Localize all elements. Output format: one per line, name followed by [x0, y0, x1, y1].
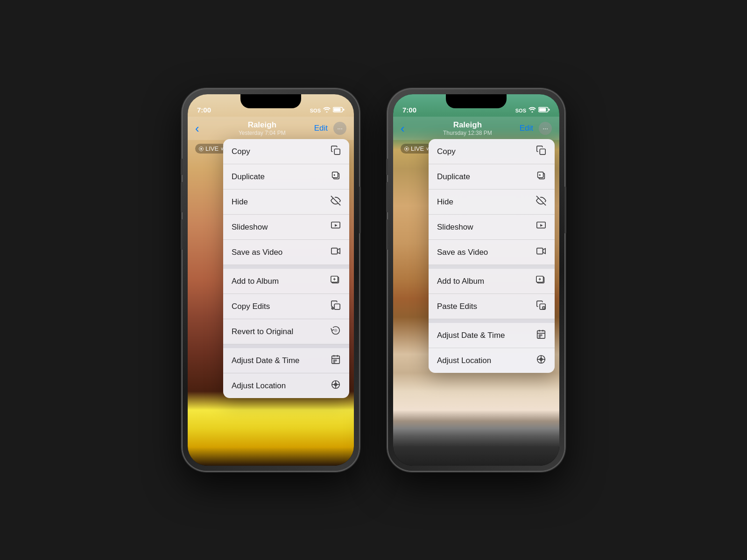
nav-title-left: Raleigh — [210, 120, 314, 130]
back-button-left[interactable]: ‹ — [195, 121, 210, 136]
menu-item-duplicate-left[interactable]: Duplicate — [223, 164, 349, 189]
menu-item-savevideo-label-left: Save as Video — [232, 248, 331, 257]
notch-right — [446, 94, 507, 108]
screen-right: 7:00 SOS — [393, 94, 559, 466]
menu-item-hide-left[interactable]: Hide — [223, 189, 349, 215]
svg-rect-2 — [334, 108, 341, 112]
divider-1-left — [223, 265, 349, 269]
datetime-icon-left — [331, 354, 341, 367]
slideshow-icon-right — [536, 221, 546, 233]
location-icon-left — [331, 379, 341, 392]
menu-item-hide-label-left: Hide — [232, 197, 331, 207]
mute-switch-right — [386, 159, 388, 175]
svg-rect-57 — [539, 335, 540, 336]
live-circle-left — [199, 147, 204, 151]
nav-bar-left: ‹ Raleigh Yesterday 7:04 PM Edit ··· — [188, 117, 354, 140]
context-menu-right: Copy Duplicate — [429, 139, 555, 373]
menu-item-copy-label-left: Copy — [232, 147, 331, 156]
menu-item-pasteedits-right[interactable]: Paste Edits — [429, 294, 555, 319]
svg-rect-11 — [331, 248, 338, 254]
live-badge-right[interactable]: LIVE ∨ — [401, 144, 433, 154]
live-badge-left[interactable]: LIVE ∨ — [195, 144, 227, 154]
menu-item-copy-label-right: Copy — [437, 147, 536, 156]
menu-item-addalbum-label-left: Add to Album — [232, 277, 331, 286]
mute-switch-left — [181, 159, 183, 175]
more-button-left[interactable]: ··· — [333, 122, 346, 135]
menu-item-addalbum-right[interactable]: Add to Album — [429, 269, 555, 294]
menu-item-location-label-left: Adjust Location — [232, 381, 331, 391]
menu-item-datetime-label-right: Adjust Date & Time — [437, 331, 536, 340]
duplicate-icon-left — [331, 170, 341, 183]
nav-bar-right: ‹ Raleigh Thursday 12:38 PM Edit ··· — [393, 117, 559, 140]
svg-rect-17 — [334, 304, 340, 309]
svg-marker-45 — [543, 249, 546, 254]
menu-item-revert-left[interactable]: Revert to Original — [223, 319, 349, 344]
nav-title-area-right: Raleigh Thursday 12:38 PM — [416, 120, 520, 136]
volume-down-right — [386, 219, 388, 250]
menu-item-copy-left[interactable]: Copy — [223, 139, 349, 164]
nav-actions-left: Edit ··· — [314, 122, 346, 135]
menu-item-datetime-left[interactable]: Adjust Date & Time — [223, 348, 349, 373]
svg-rect-3 — [334, 149, 340, 154]
menu-item-copyedits-left[interactable]: Copy Edits — [223, 294, 349, 319]
nav-subtitle-right: Thursday 12:38 PM — [416, 130, 520, 136]
menu-item-slideshow-right[interactable]: Slideshow — [429, 215, 555, 240]
volume-down-left — [181, 219, 183, 250]
menu-item-datetime-right[interactable]: Adjust Date & Time — [429, 323, 555, 348]
divider-2-right — [429, 319, 555, 323]
menu-item-location-right[interactable]: Adjust Location — [429, 348, 555, 373]
menu-item-copy-right[interactable]: Copy — [429, 139, 555, 164]
pasteedits-icon-right — [536, 300, 546, 313]
menu-item-pasteedits-label-right: Paste Edits — [437, 302, 536, 311]
divider-1-right — [429, 265, 555, 269]
menu-item-slideshow-left[interactable]: Slideshow — [223, 215, 349, 240]
more-button-right[interactable]: ··· — [539, 122, 552, 135]
edit-button-right[interactable]: Edit — [520, 124, 533, 133]
back-button-right[interactable]: ‹ — [401, 121, 416, 136]
battery-icon-left — [333, 107, 345, 114]
menu-item-location-label-right: Adjust Location — [437, 356, 536, 365]
battery-icon-right — [538, 107, 550, 114]
sos-label-left: SOS — [310, 108, 321, 113]
menu-item-hide-right[interactable]: Hide — [429, 189, 555, 215]
datetime-icon-right — [536, 329, 546, 342]
savevideo-icon-right — [536, 246, 546, 259]
svg-rect-58 — [541, 335, 542, 336]
menu-item-addalbum-left[interactable]: Add to Album — [223, 269, 349, 294]
svg-point-21 — [334, 329, 337, 332]
power-btn-right — [564, 187, 566, 233]
menu-item-savevideo-right[interactable]: Save as Video — [429, 240, 555, 265]
menu-item-duplicate-right[interactable]: Duplicate — [429, 164, 555, 189]
duplicate-icon-right — [536, 170, 546, 183]
divider-2-left — [223, 344, 349, 348]
menu-item-savevideo-label-right: Save as Video — [437, 248, 536, 257]
menu-item-hide-label-right: Hide — [437, 197, 536, 207]
menu-item-addalbum-label-right: Add to Album — [437, 277, 536, 286]
live-label-right: LIVE — [411, 145, 424, 152]
menu-item-slideshow-label-right: Slideshow — [437, 223, 536, 232]
notch-left — [240, 94, 301, 108]
menu-item-savevideo-left[interactable]: Save as Video — [223, 240, 349, 265]
volume-up-left — [181, 182, 183, 212]
savevideo-icon-left — [331, 246, 341, 259]
copyedits-icon-left — [331, 300, 341, 313]
svg-rect-1 — [343, 109, 345, 111]
edit-button-left[interactable]: Edit — [314, 124, 328, 133]
menu-item-location-left[interactable]: Adjust Location — [223, 373, 349, 398]
svg-marker-12 — [338, 249, 340, 254]
svg-rect-44 — [537, 248, 543, 254]
svg-rect-34 — [549, 109, 550, 111]
phone-left: 7:00 SOS — [182, 89, 359, 471]
context-menu-left: Copy Duplicate — [223, 139, 349, 398]
hide-icon-right — [536, 196, 546, 208]
menu-item-revert-label-left: Revert to Original — [232, 327, 331, 336]
slideshow-icon-left — [331, 221, 341, 233]
phones-container: 7:00 SOS — [182, 89, 565, 471]
nav-title-area-left: Raleigh Yesterday 7:04 PM — [210, 120, 314, 136]
menu-item-slideshow-label-left: Slideshow — [232, 223, 331, 232]
svg-rect-36 — [540, 149, 545, 154]
svg-rect-27 — [335, 360, 337, 361]
wifi-icon-right — [529, 107, 536, 114]
hide-icon-left — [331, 196, 341, 208]
live-circle-right — [404, 147, 409, 151]
